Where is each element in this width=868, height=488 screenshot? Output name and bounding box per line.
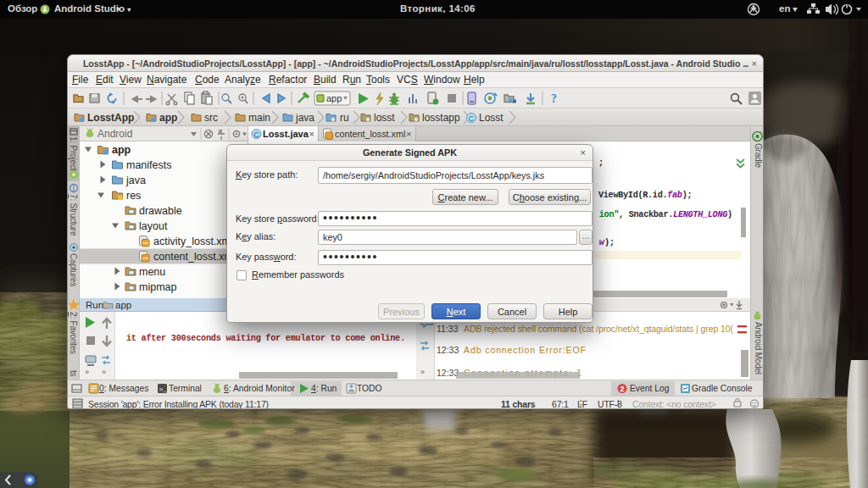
svg-text:C: C (469, 114, 475, 123)
svg-text:res: res (126, 190, 141, 202)
svg-text:11:33: 11:33 (437, 324, 459, 334)
svg-text:losst: losst (374, 112, 395, 124)
svg-text:×: × (309, 129, 314, 139)
svg-text:ion", Snackbar.LENGTH_LONG): ion", Snackbar.LENGTH_LONG) (599, 210, 732, 219)
svg-text:app: app (112, 144, 131, 156)
svg-text:java: java (295, 112, 314, 124)
svg-text:activity_losst.xml: activity_losst.xml (153, 236, 233, 247)
svg-text:manifests: manifests (126, 159, 172, 171)
svg-text:»: » (85, 368, 89, 376)
svg-text:ADB rejected shell command (ca: ADB rejected shell command (cat /proc/ne… (464, 324, 734, 334)
svg-text:w);: w); (599, 238, 615, 247)
svg-text:LosstApp: LosstApp (87, 112, 134, 124)
svg-text:Android: Android (97, 128, 132, 140)
svg-text:Losst.java: Losst.java (263, 129, 309, 139)
svg-text:content_losst.xml: content_losst.xml (335, 129, 405, 139)
svg-text:Losst: Losst (479, 112, 504, 124)
svg-text:>_: >_ (159, 385, 168, 393)
svg-text:drawable: drawable (139, 205, 182, 217)
svg-text:2: 2 (620, 385, 625, 393)
svg-text:ViewById(R.id.fab);: ViewById(R.id.fab); (598, 191, 693, 200)
svg-text:×: × (406, 129, 411, 139)
svg-text:menu: menu (139, 266, 165, 278)
svg-text:app: app (326, 93, 342, 103)
svg-text:losstapp: losstapp (422, 112, 460, 124)
svg-text:12:33: 12:33 (437, 368, 459, 378)
svg-text:Adb connection Error:EOF: Adb connection Error:EOF (464, 345, 586, 355)
svg-text:content_losst.xml: content_losst.xml (153, 251, 236, 263)
svg-text:it after 300seconds waiting fo: it after 300seconds waiting for emulator… (126, 334, 405, 343)
svg-text:src: src (204, 112, 218, 124)
svg-text:;: ; (598, 158, 604, 168)
svg-text:java: java (125, 175, 146, 186)
svg-text:app: app (159, 112, 177, 124)
svg-text:C: C (253, 130, 259, 139)
svg-text:ru: ru (340, 112, 349, 124)
svg-text:12:33: 12:33 (437, 345, 459, 355)
svg-text:mipmap: mipmap (139, 281, 177, 293)
svg-text:»: » (102, 368, 106, 376)
svg-text:»: » (420, 368, 425, 376)
svg-text:layout: layout (139, 220, 168, 232)
svg-text:main: main (248, 112, 270, 124)
svg-text:?: ? (551, 92, 557, 105)
